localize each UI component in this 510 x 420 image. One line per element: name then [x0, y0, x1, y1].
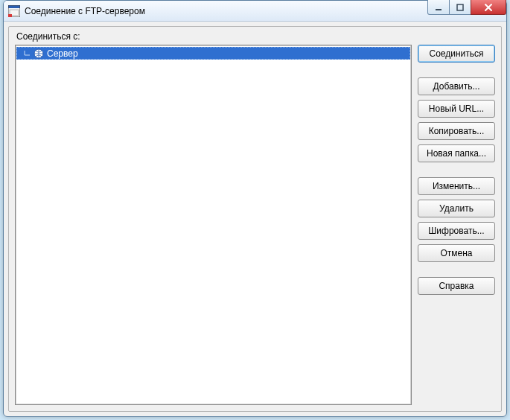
close-button[interactable] — [471, 0, 506, 15]
new-url-button[interactable]: Новый URL... — [418, 100, 495, 118]
cancel-button[interactable]: Отмена — [418, 244, 495, 262]
copy-button[interactable]: Копировать... — [418, 122, 495, 140]
server-icon — [34, 48, 44, 59]
button-sidebar: Соединиться Добавить... Новый URL... Коп… — [418, 45, 495, 405]
connect-to-label: Соединиться с: — [16, 31, 495, 42]
maximize-button[interactable] — [449, 0, 471, 15]
tree-item-server[interactable]: Сервер — [16, 47, 410, 60]
help-button[interactable]: Справка — [418, 277, 495, 295]
encrypt-button[interactable]: Шифровать... — [418, 222, 495, 240]
edit-button[interactable]: Изменить... — [418, 177, 495, 195]
server-tree[interactable]: Сервер — [15, 45, 412, 405]
dialog-window: Соединение с FTP-сервером Соединиться с: — [3, 0, 507, 417]
connect-button[interactable]: Соединиться — [418, 45, 495, 63]
delete-button[interactable]: Удалить — [418, 200, 495, 217]
window-buttons — [428, 0, 506, 15]
add-button[interactable]: Добавить... — [418, 77, 495, 95]
new-folder-button[interactable]: Новая папка... — [418, 144, 495, 162]
app-icon — [8, 5, 20, 17]
tree-item-label: Сервер — [47, 48, 78, 59]
minimize-button[interactable] — [427, 0, 450, 15]
titlebar[interactable]: Соединение с FTP-сервером — [4, 1, 506, 22]
svg-rect-6 — [457, 4, 463, 10]
tree-elbow-icon — [22, 49, 31, 58]
client-area: Соединиться с: Сервер — [8, 26, 502, 412]
body-row: Сервер Соединиться Добавить... Новый URL… — [15, 45, 495, 405]
svg-rect-4 — [8, 14, 12, 17]
window-title: Соединение с FTP-сервером — [25, 6, 145, 16]
svg-rect-5 — [436, 9, 442, 10]
svg-rect-1 — [8, 5, 20, 8]
